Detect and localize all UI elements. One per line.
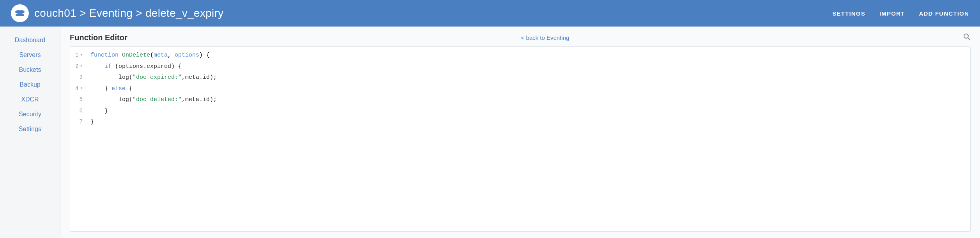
line-arrow-4: ▾ <box>80 84 83 92</box>
sidebar-item-dashboard[interactable]: Dashboard <box>0 33 60 48</box>
main-layout: Dashboard Servers Buckets Backup XDCR Se… <box>0 27 980 238</box>
logo-icon <box>11 4 29 22</box>
svg-rect-0 <box>16 11 24 13</box>
line-arrow-1: ▾ <box>80 51 83 59</box>
main-content: Function Editor < back to Eventing 1▾ fu… <box>60 27 980 238</box>
sidebar-item-xdcr[interactable]: XDCR <box>0 92 60 107</box>
settings-nav-button[interactable]: SETTINGS <box>832 10 865 17</box>
sidebar-item-servers[interactable]: Servers <box>0 48 60 62</box>
sidebar-item-buckets[interactable]: Buckets <box>0 62 60 77</box>
code-line-2: 2▾ if (options.expired) { <box>70 61 970 73</box>
search-button[interactable] <box>963 33 971 43</box>
editor-title: Function Editor <box>70 33 127 42</box>
editor-header: Function Editor < back to Eventing <box>60 27 980 46</box>
code-line-3: 3 log("doc expired:",meta.id); <box>70 72 970 83</box>
code-line-7: 7 } <box>70 117 970 128</box>
sidebar-item-settings[interactable]: Settings <box>0 122 60 137</box>
sidebar: Dashboard Servers Buckets Backup XDCR Se… <box>0 27 60 238</box>
app-header: couch01 > Eventing > delete_v_expiry SET… <box>0 0 980 27</box>
code-line-6: 6 } <box>70 106 970 117</box>
add-function-nav-button[interactable]: ADD FUNCTION <box>919 10 969 17</box>
back-to-eventing-link[interactable]: < back to Eventing <box>521 34 569 41</box>
code-editor[interactable]: 1▾ function OnDelete(meta, options) { 2▾… <box>70 46 971 232</box>
svg-rect-1 <box>16 14 24 16</box>
header-left: couch01 > Eventing > delete_v_expiry <box>11 4 224 22</box>
code-line-1: 1▾ function OnDelete(meta, options) { <box>70 47 970 61</box>
import-nav-button[interactable]: IMPORT <box>879 10 905 17</box>
code-line-4: 4▾ } else { <box>70 83 970 95</box>
sidebar-item-security[interactable]: Security <box>0 107 60 122</box>
svg-line-4 <box>968 38 970 40</box>
sidebar-item-backup[interactable]: Backup <box>0 77 60 92</box>
header-nav: SETTINGS IMPORT ADD FUNCTION <box>832 10 969 17</box>
breadcrumb: couch01 > Eventing > delete_v_expiry <box>34 7 224 20</box>
code-line-5: 5 log("doc deleted:",meta.id); <box>70 94 970 106</box>
line-arrow-2: ▾ <box>80 62 83 70</box>
